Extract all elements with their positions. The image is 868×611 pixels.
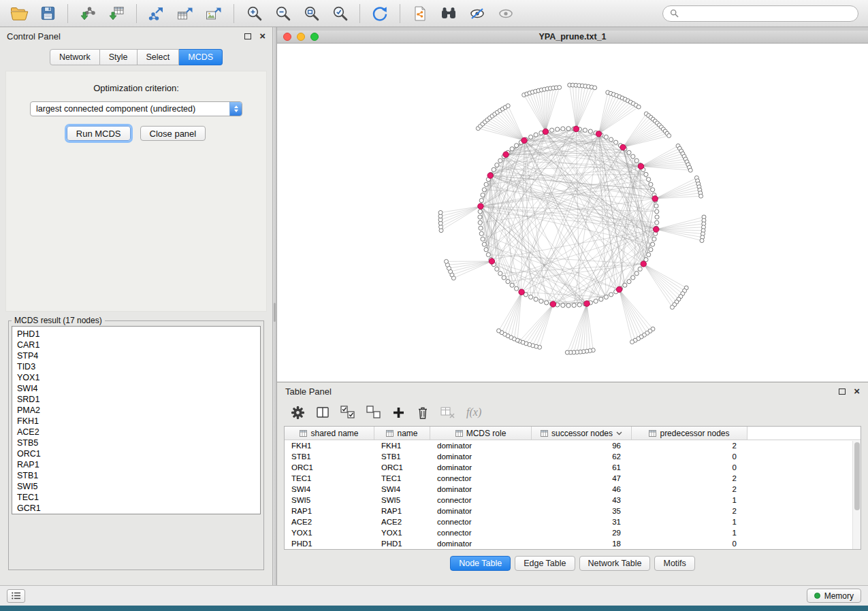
table-row[interactable]: STB1STB1dominator620 <box>285 451 861 462</box>
result-item[interactable]: SRD1 <box>17 394 260 405</box>
refresh-view-button[interactable] <box>366 2 393 25</box>
import-table-button[interactable] <box>103 2 130 25</box>
zoom-fit-button[interactable] <box>298 2 325 25</box>
table-row[interactable]: SWI5SWI5connector431 <box>285 495 861 506</box>
function-builder-button[interactable]: f(x) <box>466 406 481 418</box>
run-mcds-button[interactable]: Run MCDS <box>67 126 131 141</box>
memory-label: Memory <box>824 591 854 601</box>
mcds-result-list[interactable]: PHD1CAR1STP4TID3YOX1SWI4SRD1PMA2FKH1ACE2… <box>12 326 261 514</box>
result-item[interactable]: GCR1 <box>17 503 260 514</box>
export-network-button[interactable] <box>143 2 170 25</box>
minimize-window-icon[interactable] <box>297 33 305 41</box>
zoom-in-button[interactable] <box>240 2 268 25</box>
tab-select[interactable]: Select <box>138 49 180 65</box>
result-item[interactable]: ACE2 <box>17 427 260 437</box>
float-panel-icon[interactable] <box>244 33 251 39</box>
tab-network-table[interactable]: Network Table <box>579 556 651 571</box>
table-row[interactable]: PHD1PHD1dominator180 <box>285 538 861 549</box>
network-canvas[interactable] <box>277 44 867 382</box>
table-row[interactable]: FKH1FKH1dominator962 <box>285 440 861 451</box>
column-header-shared-name[interactable]: shared name <box>285 427 374 440</box>
table-scrollbar[interactable] <box>852 441 861 549</box>
table-cell: 0 <box>632 451 748 462</box>
result-item[interactable]: CAR1 <box>17 340 260 350</box>
result-item[interactable]: TID3 <box>17 361 260 372</box>
table-body: FKH1FKH1dominator962STB1STB1dominator620… <box>285 440 861 549</box>
maximize-window-icon[interactable] <box>310 33 319 41</box>
result-item[interactable]: YOX1 <box>17 372 260 383</box>
result-item[interactable]: STB5 <box>17 437 260 448</box>
tab-style[interactable]: Style <box>100 49 138 65</box>
zoom-out-button[interactable] <box>269 2 296 25</box>
result-item[interactable]: PMA2 <box>17 405 260 416</box>
table-row[interactable]: SWI4SWI4dominator462 <box>285 484 861 495</box>
close-panel-icon[interactable]: × <box>854 388 860 395</box>
close-panel-button[interactable]: Close panel <box>140 126 206 141</box>
divider-handle-icon[interactable] <box>274 303 276 322</box>
close-panel-icon[interactable]: × <box>259 33 266 39</box>
export-image-button[interactable] <box>200 2 227 25</box>
tab-motifs[interactable]: Motifs <box>654 556 694 571</box>
table-cell: PHD1 <box>374 538 430 549</box>
sort-icon <box>386 430 393 437</box>
export-table-button[interactable] <box>172 2 199 25</box>
table-row[interactable]: ORC1ORC1dominator610 <box>285 462 861 473</box>
criterion-select[interactable]: largest connected component (undirected) <box>30 101 242 116</box>
hide-graphics-details-button[interactable] <box>464 2 491 25</box>
show-graphics-details-button[interactable] <box>492 2 519 25</box>
add-column-button[interactable] <box>392 406 405 419</box>
panel-divider[interactable] <box>272 27 277 585</box>
result-item[interactable]: SWI5 <box>17 481 260 492</box>
column-header-successor-nodes[interactable]: successor nodes <box>532 427 632 440</box>
close-window-icon[interactable] <box>283 33 291 41</box>
result-item[interactable]: RAP1 <box>17 459 260 470</box>
zoom-selected-button[interactable] <box>326 2 353 25</box>
result-item[interactable]: FKH1 <box>17 416 260 427</box>
table-settings-button[interactable] <box>291 406 305 420</box>
share-document-button[interactable] <box>406 2 434 25</box>
task-history-button[interactable] <box>7 589 25 603</box>
select-all-rows-button[interactable] <box>340 406 355 419</box>
table-row[interactable]: YOX1YOX1connector291 <box>285 527 861 538</box>
tab-network[interactable]: Network <box>50 49 100 65</box>
column-header-mcds-role[interactable]: MCDS role <box>430 427 532 440</box>
column-header-name[interactable]: name <box>374 427 430 440</box>
find-button[interactable] <box>435 2 462 25</box>
table-cell <box>748 440 861 451</box>
table-row[interactable]: RAP1RAP1dominator352 <box>285 506 861 516</box>
network-window-titlebar[interactable]: YPA_prune.txt_1 <box>277 31 868 44</box>
tab-node-table[interactable]: Node Table <box>450 556 511 571</box>
delete-table-button[interactable] <box>440 406 455 419</box>
tab-edge-table[interactable]: Edge Table <box>515 556 575 571</box>
table-cell <box>748 462 861 473</box>
result-item[interactable]: PHD1 <box>17 329 260 340</box>
table-cell <box>748 484 861 495</box>
scrollbar-thumb[interactable] <box>854 442 860 510</box>
search-input[interactable] <box>683 9 851 18</box>
network-window-title: YPA_prune.txt_1 <box>277 32 868 42</box>
delete-column-button[interactable] <box>416 406 430 420</box>
result-item[interactable]: TEC1 <box>17 492 260 503</box>
column-header-predecessor-nodes[interactable]: predecessor nodes <box>632 427 748 440</box>
table-row[interactable]: TEC1TEC1connector472 <box>285 473 861 484</box>
result-item[interactable]: SWI4 <box>17 383 260 394</box>
optimization-criterion-label: Optimization criterion: <box>93 83 179 93</box>
table-cell: SWI4 <box>285 484 374 495</box>
table-row[interactable]: ACE2ACE2connector311 <box>285 516 861 527</box>
memory-button[interactable]: Memory <box>807 589 861 603</box>
result-item[interactable]: STB1 <box>17 470 260 481</box>
deselect-all-rows-button[interactable] <box>366 406 381 419</box>
result-item[interactable]: STP4 <box>17 350 260 361</box>
table-cell: 0 <box>632 538 748 549</box>
tab-mcds[interactable]: MCDS <box>179 49 223 65</box>
toggle-columns-button[interactable] <box>316 406 329 419</box>
table-cell: RAP1 <box>285 506 374 516</box>
open-session-button[interactable] <box>5 2 33 25</box>
save-session-button[interactable] <box>34 2 61 25</box>
search-box[interactable] <box>662 5 858 22</box>
float-panel-icon[interactable] <box>839 389 846 395</box>
result-item[interactable]: ORC1 <box>17 448 260 459</box>
sort-icon <box>300 430 307 437</box>
refresh-icon <box>371 5 389 22</box>
import-network-button[interactable] <box>74 2 101 25</box>
